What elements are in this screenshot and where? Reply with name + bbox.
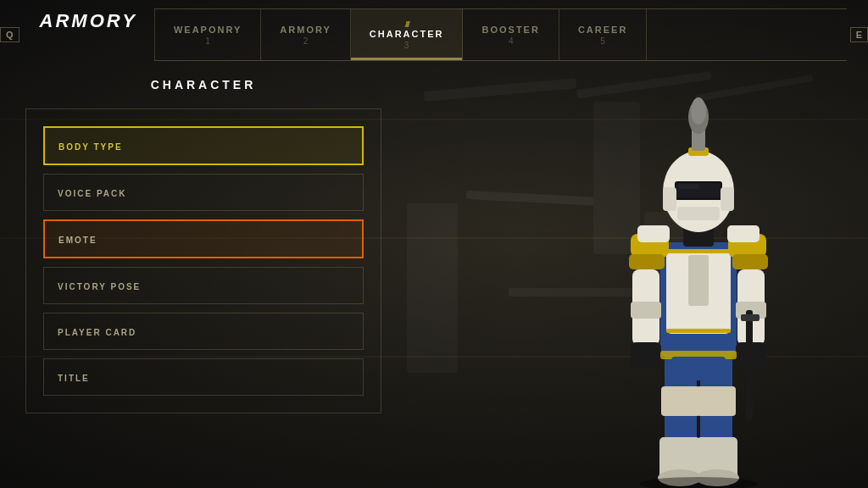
- option-body-type-label: BODY TYPE: [58, 142, 123, 152]
- right-panel: [407, 61, 868, 488]
- nav-tabs: WEAPONRY 1 ARMORY 2 //////// CHARACTER 3…: [154, 8, 847, 61]
- tab-weaponry-number: 1: [205, 36, 210, 46]
- option-body-type[interactable]: BODY TYPE: [43, 126, 364, 165]
- svg-rect-31: [746, 310, 753, 420]
- left-panel: CHARACTER BODY TYPE VOICE PACK EMOTE VIC…: [0, 61, 407, 488]
- top-bar: Q ARMORY WEAPONRY 1 ARMORY 2 //////// CH…: [0, 0, 868, 61]
- svg-rect-32: [741, 314, 760, 321]
- svg-rect-11: [697, 386, 736, 416]
- svg-rect-37: [678, 184, 699, 189]
- tab-character-label: CHARACTER: [370, 29, 444, 39]
- option-emote-label: EMOTE: [58, 236, 97, 245]
- tab-booster-number: 4: [509, 36, 514, 46]
- option-player-card-label: PLAYER CARD: [58, 328, 136, 337]
- option-title[interactable]: TITLE: [43, 358, 364, 396]
- option-title-label: TITLE: [58, 374, 90, 383]
- tab-character-stripes: ////////: [405, 20, 409, 29]
- tab-armory[interactable]: ARMORY 2: [261, 9, 350, 60]
- option-voice-pack[interactable]: VOICE PACK: [43, 174, 364, 211]
- tab-armory-label: ARMORY: [280, 25, 331, 35]
- character-svg: [580, 64, 817, 488]
- main-content: CHARACTER BODY TYPE VOICE PACK EMOTE VIC…: [0, 61, 868, 488]
- svg-point-49: [639, 477, 758, 488]
- svg-rect-47: [666, 249, 731, 253]
- tab-career-number: 5: [600, 36, 605, 46]
- svg-rect-10: [661, 386, 700, 416]
- option-victory-pose-label: VICTORY POSE: [58, 282, 141, 291]
- options-list: BODY TYPE VOICE PACK EMOTE VICTORY POSE …: [25, 108, 381, 413]
- svg-point-41: [691, 97, 706, 125]
- svg-rect-48: [666, 329, 731, 333]
- tab-booster-label: BOOSTER: [481, 25, 539, 35]
- svg-rect-18: [688, 255, 709, 306]
- svg-rect-43: [663, 187, 676, 211]
- character-figure: [580, 64, 817, 488]
- tab-armory-number: 2: [303, 36, 309, 46]
- option-voice-pack-label: VOICE PACK: [58, 189, 127, 198]
- option-emote[interactable]: EMOTE: [43, 219, 364, 258]
- svg-rect-29: [631, 342, 661, 368]
- tab-character[interactable]: //////// CHARACTER 3: [351, 9, 464, 60]
- svg-rect-46: [671, 357, 726, 380]
- tab-career[interactable]: CAREER 5: [559, 9, 647, 60]
- tab-booster[interactable]: BOOSTER 4: [463, 9, 559, 60]
- svg-rect-23: [637, 225, 670, 242]
- tab-character-number: 3: [404, 41, 409, 50]
- svg-rect-42: [677, 207, 720, 220]
- page-title: ARMORY: [23, 3, 154, 36]
- ui-container: Q ARMORY WEAPONRY 1 ARMORY 2 //////// CH…: [0, 0, 868, 488]
- svg-rect-22: [732, 254, 768, 269]
- panel-title: CHARACTER: [25, 78, 381, 92]
- tab-career-label: CAREER: [578, 25, 627, 35]
- e-key[interactable]: E: [850, 27, 868, 42]
- svg-rect-21: [629, 254, 665, 269]
- tab-weaponry[interactable]: WEAPONRY 1: [154, 9, 261, 60]
- svg-rect-44: [721, 187, 734, 211]
- option-player-card[interactable]: PLAYER CARD: [43, 313, 364, 350]
- svg-rect-24: [727, 225, 760, 242]
- option-victory-pose[interactable]: VICTORY POSE: [43, 267, 364, 304]
- svg-rect-27: [631, 302, 661, 319]
- tab-weaponry-label: WEAPONRY: [174, 25, 242, 35]
- q-key[interactable]: Q: [0, 27, 19, 42]
